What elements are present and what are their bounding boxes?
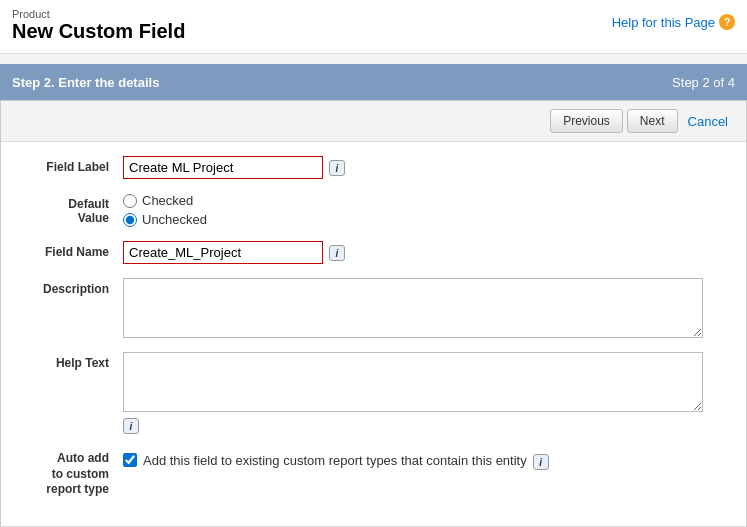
auto-add-label: Auto add to custom report type <box>13 448 123 498</box>
field-label-input[interactable] <box>123 156 323 179</box>
page-header: Product New Custom Field Help for this P… <box>0 0 747 54</box>
help-text-control: i <box>123 352 734 434</box>
field-label-info-icon[interactable]: i <box>329 160 345 176</box>
help-text-textarea[interactable] <box>123 352 703 412</box>
field-label-label: Field Label <box>13 156 123 174</box>
radio-checked-label[interactable]: Checked <box>123 193 207 208</box>
default-value-control: Checked Unchecked <box>123 193 734 227</box>
default-value-row: Default Value Checked Unchecked <box>13 193 734 227</box>
radio-checked-input[interactable] <box>123 194 137 208</box>
top-toolbar: Previous Next Cancel <box>1 101 746 142</box>
auto-add-control: Add this field to existing custom report… <box>123 448 734 470</box>
step-bar-title: Step 2. Enter the details <box>12 75 159 90</box>
help-text-label: Help Text <box>13 352 123 370</box>
description-textarea[interactable] <box>123 278 703 338</box>
field-label-row: Field Label i <box>13 156 734 179</box>
top-cancel-link[interactable]: Cancel <box>682 110 734 133</box>
auto-add-text: Add this field to existing custom report… <box>143 453 527 468</box>
field-name-label: Field Name <box>13 241 123 259</box>
radio-checked-text: Checked <box>142 193 193 208</box>
description-row: Description <box>13 278 734 338</box>
field-name-control: i <box>123 241 734 264</box>
page-title: New Custom Field <box>12 20 185 43</box>
step-bar: Step 2. Enter the details Step 2 of 4 <box>0 64 747 100</box>
field-name-input[interactable] <box>123 241 323 264</box>
product-label: Product <box>12 8 185 20</box>
page-header-left: Product New Custom Field <box>12 8 185 43</box>
field-name-info-icon[interactable]: i <box>329 245 345 261</box>
default-value-label: Default Value <box>13 193 123 225</box>
page-header-right: Help for this Page ? <box>612 8 735 30</box>
radio-unchecked-input[interactable] <box>123 213 137 227</box>
help-text-info-icon[interactable]: i <box>123 418 139 434</box>
top-previous-button[interactable]: Previous <box>550 109 623 133</box>
radio-unchecked-text: Unchecked <box>142 212 207 227</box>
help-text-row: Help Text i <box>13 352 734 434</box>
help-page-icon[interactable]: ? <box>719 14 735 30</box>
step-bar-indicator: Step 2 of 4 <box>672 75 735 90</box>
auto-add-info-icon[interactable]: i <box>533 454 549 470</box>
radio-unchecked-label[interactable]: Unchecked <box>123 212 207 227</box>
help-text-area: i <box>123 352 734 434</box>
top-next-button[interactable]: Next <box>627 109 678 133</box>
main-content: Previous Next Cancel Field Label i Defau… <box>0 100 747 527</box>
default-value-radio-group: Checked Unchecked <box>123 193 207 227</box>
field-label-control: i <box>123 156 734 179</box>
auto-add-row: Auto add to custom report type Add this … <box>13 448 734 498</box>
form-area: Field Label i Default Value Checked Unch… <box>1 142 746 526</box>
description-control <box>123 278 734 338</box>
field-name-row: Field Name i <box>13 241 734 264</box>
description-label: Description <box>13 278 123 296</box>
help-link[interactable]: Help for this Page <box>612 15 715 30</box>
auto-add-checkbox[interactable] <box>123 453 137 467</box>
